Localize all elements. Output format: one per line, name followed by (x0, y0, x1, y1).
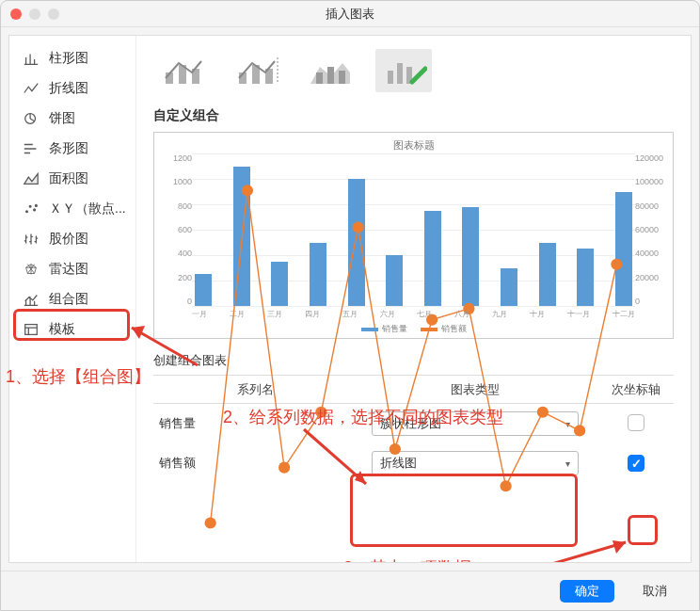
series-name: 销售量 (153, 415, 351, 432)
y-left-tick: 800 (156, 201, 192, 211)
combo-table-title: 创建组合图表 (153, 352, 674, 369)
stock-chart-icon (23, 232, 40, 247)
svg-rect-18 (397, 63, 403, 84)
y-right-tick: 40000 (635, 249, 671, 258)
sidebar-item-combo[interactable]: 组合图 (9, 284, 135, 314)
svg-marker-35 (612, 540, 626, 554)
y-right-tick: 0 (635, 297, 671, 306)
sidebar-item-label: 柱形图 (49, 50, 88, 67)
window-title: 插入图表 (1, 6, 699, 23)
plot-area (192, 153, 635, 306)
svg-point-2 (29, 205, 31, 207)
close-window-button[interactable] (10, 8, 22, 20)
sidebar-item-template[interactable]: 模板 (9, 314, 135, 345)
combo-chart-icon (23, 292, 40, 307)
sidebar-item-label: 条形图 (49, 140, 88, 157)
svg-rect-14 (316, 72, 323, 84)
y-axis-right: 120000 100000 80000 60000 40000 20000 0 (635, 153, 671, 306)
combo-row: 销售量 簇状柱形图 ▾ (153, 404, 674, 443)
minimize-window-button[interactable] (29, 8, 40, 20)
chart-type-value: 簇状柱形图 (380, 415, 441, 432)
chart-preview: 图表标题 1200 1000 800 600 400 200 0 120000 … (153, 132, 674, 339)
y-right-tick: 20000 (635, 273, 671, 282)
ok-button[interactable]: 确定 (560, 580, 614, 603)
chart-type-select[interactable]: 折线图 ▾ (372, 451, 579, 475)
combo-custom-icon (380, 54, 427, 88)
sidebar-item-label: ＸＹ（散点... (49, 201, 126, 217)
combo-thumb-icon (233, 54, 280, 88)
svg-point-1 (26, 211, 28, 213)
sidebar-item-label: 饼图 (49, 110, 75, 127)
combo-row: 销售额 折线图 ▾ (153, 443, 674, 483)
sidebar-item-label: 股价图 (49, 231, 88, 248)
svg-point-20 (205, 517, 216, 528)
secondary-axis-checkbox[interactable] (628, 455, 644, 472)
y-left-tick: 200 (156, 273, 192, 282)
pie-chart-icon (23, 111, 40, 126)
combo-subtype-2[interactable] (229, 49, 285, 92)
y-left-tick: 400 (156, 249, 192, 258)
secondary-axis-checkbox[interactable] (628, 414, 644, 431)
chart-type-value: 折线图 (380, 455, 417, 472)
sidebar-item-label: 组合图 (49, 291, 88, 308)
chart-preview-title: 图表标题 (160, 138, 667, 153)
annotation-box-checkbox (628, 515, 658, 545)
y-axis-left: 1200 1000 800 600 400 200 0 (156, 153, 192, 306)
sidebar-item-scatter[interactable]: ＸＹ（散点... (9, 194, 135, 224)
y-right-tick: 60000 (635, 225, 671, 234)
y-left-tick: 1200 (156, 153, 192, 163)
svg-rect-5 (25, 325, 38, 335)
sidebar-item-bar[interactable]: 条形图 (9, 134, 135, 164)
combo-thumb-icon (307, 54, 354, 88)
zoom-window-button[interactable] (48, 8, 59, 20)
svg-rect-17 (388, 71, 393, 84)
chevron-down-icon: ▾ (565, 458, 570, 469)
header-series: 系列名 (153, 381, 351, 398)
bar-chart-icon (23, 141, 40, 156)
legend-item: 销售量 (361, 323, 407, 335)
dialog-footer: 确定 取消 (1, 571, 699, 610)
y-right-tick: 100000 (635, 177, 671, 186)
combo-subtype-custom[interactable] (375, 49, 432, 92)
sidebar-item-area[interactable]: 面积图 (9, 164, 135, 194)
sidebar-item-radar[interactable]: 雷达图 (9, 254, 135, 284)
sidebar-item-label: 折线图 (49, 80, 88, 97)
y-left-tick: 600 (156, 225, 192, 234)
area-chart-icon (23, 171, 40, 186)
sidebar-item-pie[interactable]: 饼图 (9, 104, 135, 134)
combo-subtype-1[interactable] (155, 49, 212, 92)
sidebar-item-label: 面积图 (49, 170, 88, 187)
sidebar-item-column[interactable]: 柱形图 (9, 43, 135, 73)
sidebar-item-label: 雷达图 (49, 261, 88, 278)
line-chart-icon (23, 81, 40, 96)
section-title-custom-combo: 自定义组合 (153, 107, 674, 124)
sidebar-item-line[interactable]: 折线图 (9, 73, 135, 104)
svg-rect-16 (339, 71, 345, 84)
sidebar-item-stock[interactable]: 股价图 (9, 224, 135, 254)
y-right-tick: 120000 (635, 153, 671, 163)
y-left-tick: 1000 (156, 177, 192, 186)
column-chart-icon (23, 51, 40, 66)
combo-thumb-icon (160, 54, 207, 88)
titlebar: 插入图表 (1, 1, 699, 27)
x-axis: 一月二月三月四月五月六月七月八月九月十月十一月十二月 (192, 309, 635, 319)
chart-type-select[interactable]: 簇状柱形图 ▾ (372, 411, 579, 436)
annotation-arrow-3 (511, 535, 643, 563)
header-secondary-axis: 次坐标轴 (598, 381, 674, 398)
chart-type-sidebar: 柱形图 折线图 饼图 条形图 面积图 ＸＹ（散点... (9, 36, 136, 562)
legend-item: 销售额 (421, 323, 467, 335)
cancel-button[interactable]: 取消 (628, 580, 682, 603)
y-left-tick: 0 (156, 297, 192, 306)
template-icon (23, 322, 40, 337)
combo-table: 系列名 图表类型 次坐标轴 销售量 簇状柱形图 ▾ (153, 375, 674, 483)
chevron-down-icon: ▾ (565, 419, 570, 429)
annotation-box-types (350, 474, 578, 547)
chart-legend: 销售量 销售额 (154, 323, 673, 335)
legend-label: 销售额 (441, 324, 467, 333)
sidebar-item-label: 模板 (49, 321, 75, 338)
scatter-chart-icon (23, 201, 40, 217)
combo-subtype-3[interactable] (302, 49, 358, 92)
header-chart-type: 图表类型 (351, 381, 598, 398)
main-panel: 自定义组合 图表标题 1200 1000 800 600 400 200 0 1… (136, 36, 691, 562)
svg-point-4 (36, 205, 38, 207)
